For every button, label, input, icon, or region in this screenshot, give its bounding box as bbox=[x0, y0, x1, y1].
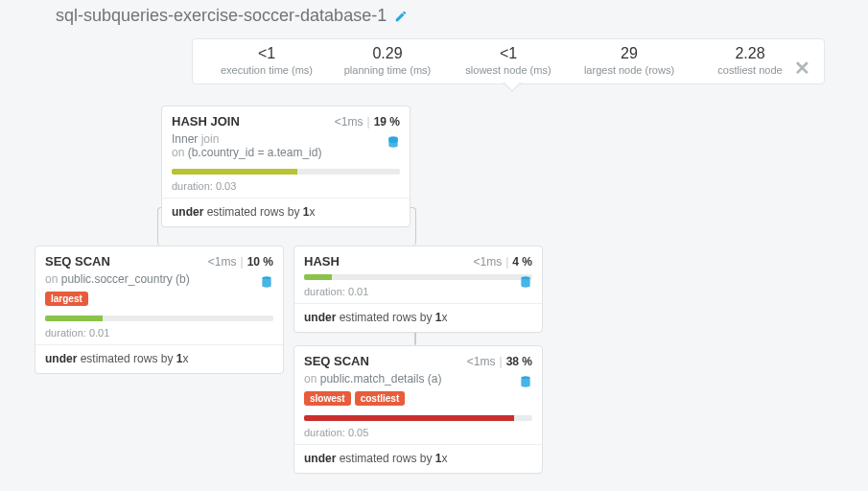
node-hash-join[interactable]: HASH JOIN <1ms|19 % Inner join on (b.cou… bbox=[161, 105, 411, 227]
node-seq-scan-soccer-country[interactable]: SEQ SCAN <1ms|10 % on public.soccer_coun… bbox=[35, 246, 284, 374]
node-tags: slowest costliest bbox=[294, 391, 542, 411]
node-seq-scan-match-details[interactable]: SEQ SCAN <1ms|38 % on public.match_detai… bbox=[293, 345, 543, 474]
node-subtitle: on public.match_details (a) bbox=[294, 372, 542, 391]
database-icon[interactable] bbox=[260, 274, 273, 292]
tag-largest: largest bbox=[45, 292, 88, 306]
node-hash[interactable]: HASH <1ms|4 % duration: 0.01 under estim… bbox=[293, 246, 543, 333]
node-subtitle: on public.soccer_country (b) bbox=[35, 272, 283, 292]
duration-bar bbox=[45, 316, 273, 321]
node-title: HASH bbox=[304, 254, 340, 269]
node-timing: <1ms|38 % bbox=[467, 355, 532, 368]
database-icon[interactable] bbox=[519, 274, 532, 292]
node-timing: <1ms|19 % bbox=[335, 115, 400, 129]
node-timing: <1ms|10 % bbox=[208, 255, 273, 269]
node-timing: <1ms|4 % bbox=[474, 255, 533, 269]
estimate-label: under estimated rows by 1x bbox=[294, 304, 542, 332]
duration-bar bbox=[304, 415, 532, 421]
database-icon[interactable] bbox=[519, 374, 532, 392]
node-tags: largest bbox=[35, 292, 283, 312]
node-subtitle: Inner join on (b.country_id = a.team_id) bbox=[162, 132, 410, 165]
svg-point-2 bbox=[521, 276, 529, 280]
plan-area: HASH JOIN <1ms|19 % Inner join on (b.cou… bbox=[0, 0, 868, 491]
svg-point-3 bbox=[521, 376, 529, 380]
node-title: SEQ SCAN bbox=[45, 254, 110, 269]
estimate-label: under estimated rows by 1x bbox=[35, 345, 283, 373]
node-subtitle bbox=[294, 272, 542, 288]
svg-point-1 bbox=[262, 276, 270, 280]
node-title: SEQ SCAN bbox=[304, 354, 369, 368]
duration-label: duration: 0.05 bbox=[294, 425, 542, 444]
duration-label: duration: 0.01 bbox=[35, 325, 283, 344]
duration-bar bbox=[172, 169, 400, 175]
estimate-label: under estimated rows by 1x bbox=[162, 199, 410, 226]
tag-costliest: costliest bbox=[355, 391, 406, 406]
duration-label: duration: 0.03 bbox=[162, 178, 410, 198]
estimate-label: under estimated rows by 1x bbox=[294, 445, 542, 473]
tag-slowest: slowest bbox=[304, 391, 351, 406]
node-title: HASH JOIN bbox=[172, 114, 240, 129]
database-icon[interactable] bbox=[387, 134, 400, 152]
